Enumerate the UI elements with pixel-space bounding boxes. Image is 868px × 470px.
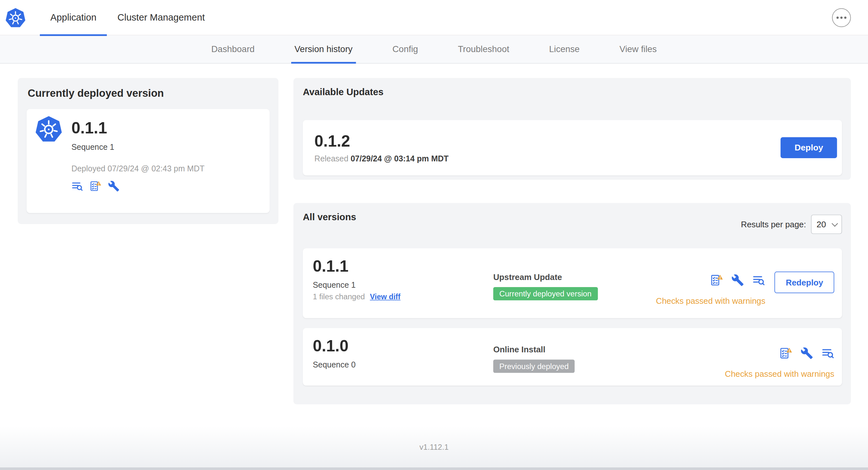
deploy-button[interactable]: Deploy xyxy=(781,137,837,158)
files-changed-label: 1 files changed xyxy=(313,292,365,301)
tab-license[interactable]: License xyxy=(546,35,583,63)
available-updates-title: Available Updates xyxy=(303,87,842,98)
top-tabs: Application Cluster Management xyxy=(40,0,215,35)
version-row: 0.1.1 Sequence 1 1 files changed View di… xyxy=(303,248,842,318)
overflow-menu-button[interactable] xyxy=(832,8,851,27)
row-sequence: Sequence 1 xyxy=(313,280,493,289)
row-source-label: Online Install xyxy=(493,345,725,354)
kubernetes-logo xyxy=(5,7,25,27)
view-diff-link[interactable]: View diff xyxy=(370,293,401,301)
logs-search-icon[interactable] xyxy=(822,347,835,360)
checks-status-text: Checks passed with warnings xyxy=(656,296,765,305)
logs-search-icon[interactable] xyxy=(71,180,83,192)
tab-config[interactable]: Config xyxy=(389,35,421,63)
preflight-checklist-warning-icon[interactable] xyxy=(90,180,101,192)
available-updates-panel: Available Updates 0.1.2 Released 07/29/2… xyxy=(293,78,851,180)
top-nav: Application Cluster Management xyxy=(0,0,868,35)
status-badge: Currently deployed version xyxy=(493,287,597,300)
version-rows: 0.1.1 Sequence 1 1 files changed View di… xyxy=(303,248,842,386)
deployed-version-card: 0.1.1 Sequence 1 Deployed 07/29/24 @ 02:… xyxy=(27,109,270,213)
row-source-label: Upstream Update xyxy=(493,272,656,281)
tab-cluster-management[interactable]: Cluster Management xyxy=(107,0,215,35)
tab-dashboard[interactable]: Dashboard xyxy=(208,35,258,63)
available-update-row: 0.1.2 Released 07/29/24 @ 03:14 pm MDT D… xyxy=(303,120,842,175)
ellipsis-icon xyxy=(836,16,847,19)
preflight-checklist-warning-icon[interactable] xyxy=(779,347,793,360)
config-wrench-icon[interactable] xyxy=(732,274,744,287)
results-per-page-select[interactable]: 20 xyxy=(811,215,842,234)
status-badge: Previously deployed xyxy=(493,360,575,373)
sub-nav: Dashboard Version history Config Trouble… xyxy=(0,35,868,64)
config-wrench-icon[interactable] xyxy=(108,180,120,192)
row-action-icons xyxy=(710,274,765,287)
main-content: Currently deployed version xyxy=(0,64,868,404)
row-version-number: 0.1.0 xyxy=(313,337,493,355)
row-sequence: Sequence 0 xyxy=(313,360,493,369)
row-version-number: 0.1.1 xyxy=(313,257,493,275)
tab-troubleshoot[interactable]: Troubleshoot xyxy=(455,35,513,63)
deployed-sequence: Sequence 1 xyxy=(71,143,114,152)
config-wrench-icon[interactable] xyxy=(800,347,813,360)
redeploy-button[interactable]: Redeploy xyxy=(775,272,834,293)
app-root: Application Cluster Management Dashboard… xyxy=(0,0,868,470)
tab-view-files[interactable]: View files xyxy=(616,35,660,63)
version-row: 0.1.0 Sequence 0 Online Install Previous… xyxy=(303,328,842,385)
preflight-checklist-warning-icon[interactable] xyxy=(710,274,723,287)
row-action-icons xyxy=(779,347,834,360)
kubernetes-logo xyxy=(35,116,62,142)
deployed-version-actions xyxy=(71,180,260,192)
released-date: 07/29/24 @ 03:14 pm MDT xyxy=(351,154,448,163)
update-released-line: Released 07/29/24 @ 03:14 pm MDT xyxy=(314,154,448,163)
logs-search-icon[interactable] xyxy=(752,274,765,287)
console-version: v1.112.1 xyxy=(420,442,449,451)
window-bottom-edge xyxy=(0,467,868,470)
currently-deployed-title: Currently deployed version xyxy=(28,88,270,100)
all-versions-panel: All versions Results per page: 20 0.1 xyxy=(293,203,851,404)
tab-version-history[interactable]: Version history xyxy=(291,35,356,63)
results-per-page-label: Results per page: xyxy=(741,220,806,229)
deployed-version-number: 0.1.1 xyxy=(71,118,114,137)
deployed-timestamp: Deployed 07/29/24 @ 02:43 pm MDT xyxy=(71,164,260,173)
app-footer: v1.112.1 xyxy=(0,426,868,467)
released-label: Released xyxy=(314,154,348,163)
update-version-number: 0.1.2 xyxy=(314,132,448,150)
currently-deployed-panel: Currently deployed version xyxy=(18,78,278,224)
right-column: Available Updates 0.1.2 Released 07/29/2… xyxy=(293,78,851,404)
tab-application[interactable]: Application xyxy=(40,0,107,35)
checks-status-text: Checks passed with warnings xyxy=(725,369,834,378)
results-per-page: Results per page: 20 xyxy=(741,215,842,234)
